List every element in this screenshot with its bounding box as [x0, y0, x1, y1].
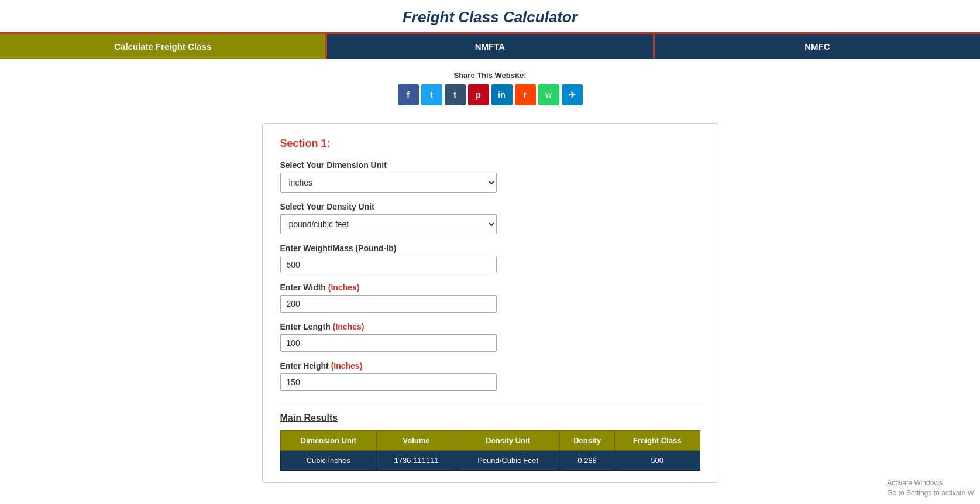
share-reddit[interactable]: r — [515, 84, 536, 105]
col-dimension-unit: Dimension Unit — [280, 431, 376, 451]
nav-item-nmfta[interactable]: NMFTA — [327, 34, 652, 59]
share-pinterest[interactable]: p — [468, 84, 489, 105]
card-divider — [280, 403, 700, 403]
results-data-row: Cubic Inches 1736.111111 Pound/Cubic Fee… — [280, 451, 700, 471]
weight-input[interactable] — [280, 256, 497, 273]
dimension-unit-group: Select Your Dimension Unit inches centim… — [280, 160, 700, 193]
width-group: Enter Width (Inches) — [280, 283, 700, 313]
page-title: Freight Class Calculator — [0, 0, 980, 32]
section-1-title: Section 1: — [280, 138, 700, 150]
result-freight-class: 500 — [614, 451, 700, 471]
weight-group: Enter Weight/Mass (Pound-lb) — [280, 244, 700, 273]
share-twitter[interactable]: t — [421, 84, 442, 105]
results-table: Dimension Unit Volume Density Unit Densi… — [280, 430, 700, 471]
results-title: Main Results — [280, 413, 700, 423]
density-unit-select[interactable]: pound/cubic feet kg/cubic meter — [280, 214, 497, 234]
dimension-unit-select[interactable]: inches centimeters feet meters — [280, 173, 497, 193]
weight-label: Enter Weight/Mass (Pound-lb) — [280, 244, 700, 253]
density-unit-group: Select Your Density Unit pound/cubic fee… — [280, 202, 700, 234]
col-volume: Volume — [376, 431, 456, 451]
share-whatsapp[interactable]: w — [538, 84, 559, 105]
nav-item-calculate[interactable]: Calculate Freight Class — [0, 34, 325, 59]
width-label: Enter Width (Inches) — [280, 283, 700, 292]
calculator-card: Section 1: Select Your Dimension Unit in… — [262, 123, 718, 483]
height-label: Enter Height (Inches) — [280, 361, 700, 371]
share-facebook[interactable]: f — [398, 84, 419, 105]
length-input[interactable] — [280, 334, 497, 352]
length-group: Enter Length (Inches) — [280, 322, 700, 352]
height-group: Enter Height (Inches) — [280, 361, 700, 391]
result-volume: 1736.111111 — [376, 451, 456, 471]
result-density-unit: Pound/Cubic Feet — [456, 451, 560, 471]
share-linkedin[interactable]: in — [491, 84, 513, 105]
share-label: Share This Website: — [0, 71, 980, 80]
result-density: 0.288 — [560, 451, 615, 471]
activate-watermark: Activate Windows Go to Settings to activ… — [887, 478, 974, 495]
col-freight-class: Freight Class — [614, 431, 700, 451]
results-header-row: Dimension Unit Volume Density Unit Densi… — [280, 431, 700, 451]
height-input[interactable] — [280, 373, 497, 391]
nav-item-nmfc[interactable]: NMFC — [655, 34, 980, 59]
share-tumblr[interactable]: t — [445, 84, 466, 105]
length-label: Enter Length (Inches) — [280, 322, 700, 331]
width-input[interactable] — [280, 295, 497, 313]
share-buttons: f t t p in r w ✈ — [0, 84, 980, 105]
share-telegram[interactable]: ✈ — [562, 84, 583, 105]
col-density: Density — [560, 431, 615, 451]
dimension-unit-label: Select Your Dimension Unit — [280, 160, 700, 170]
share-section: Share This Website: f t t p in r w ✈ — [0, 59, 980, 111]
col-density-unit: Density Unit — [456, 431, 560, 451]
nav-bar: Calculate Freight Class NMFTA NMFC — [0, 32, 980, 59]
density-unit-label: Select Your Density Unit — [280, 202, 700, 211]
result-dimension-unit: Cubic Inches — [280, 451, 376, 471]
